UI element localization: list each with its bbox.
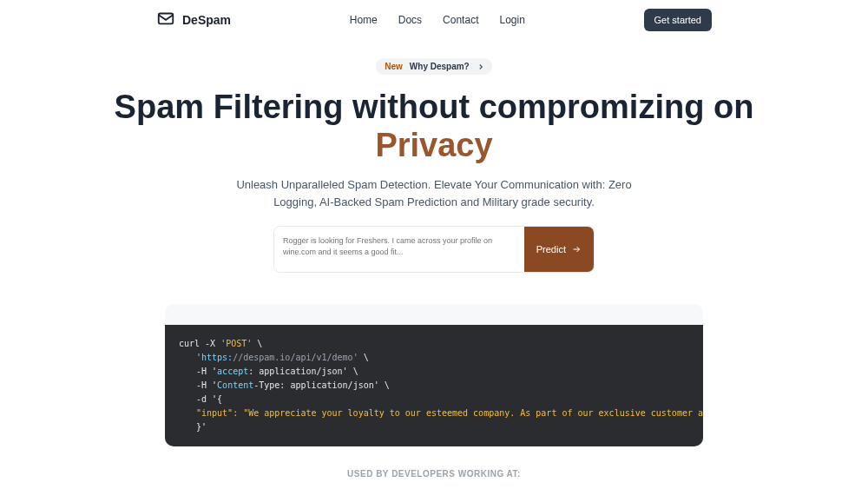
svg-rect-0 — [159, 14, 174, 24]
code-line-1: curl -X 'POST' \ — [179, 337, 689, 351]
code-line-6: "input": "We appreciate your loyalty to … — [179, 406, 689, 420]
badge-why: Why Despam? — [410, 62, 470, 71]
get-started-button[interactable]: Get started — [644, 9, 712, 31]
top-nav: Home Docs Contact Login — [350, 14, 525, 26]
hero-title: Spam Filtering without compromizing on P… — [0, 89, 868, 164]
arrow-right-icon — [571, 244, 582, 254]
nav-contact[interactable]: Contact — [443, 14, 478, 26]
hero-title-accent: Privacy — [375, 127, 492, 163]
nav-login[interactable]: Login — [499, 14, 524, 26]
code-line-7: }' — [179, 420, 689, 434]
brand[interactable]: DeSpam — [156, 9, 231, 31]
predict-button[interactable]: Predict — [524, 227, 594, 272]
announcement-badge[interactable]: New Why Despam? — [376, 58, 491, 75]
code-line-4: -H 'Content-Type: application/json' \ — [179, 379, 689, 393]
badge-new: New — [385, 62, 403, 71]
brand-icon — [156, 9, 175, 31]
chevron-right-icon — [477, 63, 485, 71]
predict-input[interactable] — [274, 227, 524, 272]
code-example: curl -X 'POST' \ 'https://despam.io/api/… — [165, 325, 703, 446]
code-header-bar — [165, 304, 703, 325]
hero-subtitle: Unleash Unparalleled Spam Detection. Ele… — [217, 176, 651, 210]
used-by-label: USED BY DEVELOPERS WORKING AT: — [0, 469, 868, 479]
predict-button-label: Predict — [536, 244, 566, 254]
code-line-2: 'https://despam.io/api/v1/demo' \ — [179, 351, 689, 365]
code-line-3: -H 'accept: application/json' \ — [179, 365, 689, 379]
hero-title-line1: Spam Filtering without compromizing on — [115, 89, 754, 125]
predict-form: Predict — [273, 226, 595, 273]
nav-docs[interactable]: Docs — [398, 14, 422, 26]
code-line-5: -d '{ — [179, 393, 689, 406]
brand-name: DeSpam — [182, 13, 231, 27]
nav-home[interactable]: Home — [350, 14, 378, 26]
